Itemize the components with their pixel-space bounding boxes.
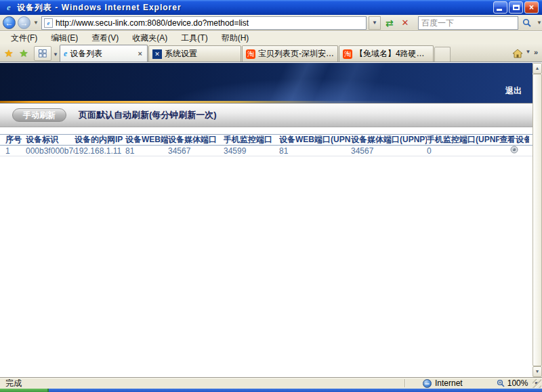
scrollbar-thumb[interactable] [533,74,542,366]
header-web-port-upnp: 设备WEB端口(UPNP) [279,134,351,146]
cell-lan-ip: 192.168.1.11 [75,146,125,156]
quick-tabs-grid-icon [39,49,47,58]
add-favorite-button[interactable]: ★ [16,45,31,62]
navigation-bar: ← → ▼ e http://www.secu-link.com:8080/de… [0,15,542,31]
refresh-icon: ⇄ [385,18,394,28]
device-table: 序号 设备标识 设备的内网IP 设备WEB端口 设备媒体端口 手机监控端口 设备… [0,127,533,156]
scroll-down-arrow-icon[interactable]: ▼ [533,366,542,377]
menu-view[interactable]: 查看(V) [86,32,124,45]
taobao-icon: 淘 [246,49,255,59]
minimize-button[interactable] [493,1,507,14]
tab-taobao-dvr[interactable]: 淘 【免域名】4路硬盘录像... [339,45,434,62]
taobao-icon: 淘 [343,49,352,59]
cell-mobile-port: 34599 [224,146,279,156]
cell-web-port: 81 [125,146,168,156]
tab-list-dropdown-icon[interactable]: ▼ [53,51,58,58]
tab-device-list[interactable]: e 设备列表 × [60,45,148,62]
statusbar-separator [404,379,405,387]
header-media-port-upnp: 设备媒体端口(UPNP) [351,134,427,146]
browser-window: e 设备列表 - Windows Internet Explorer × ← →… [0,0,542,392]
cell-mobile-port-upnp: 0 [427,146,499,156]
cell-device-id: 000b3f000b7c [26,146,75,156]
vertical-scrollbar[interactable]: ▲ ▼ [533,63,542,377]
ie-tab-icon: e [64,49,67,58]
cell-web-port-upnp: 81 [279,146,351,156]
menu-edit[interactable]: 编辑(E) [45,32,83,45]
maximize-button[interactable] [509,1,523,14]
logout-link[interactable]: 退出 [505,85,522,97]
header-lan-ip: 设备的内网IP [75,134,125,146]
menu-file[interactable]: 文件(F) [5,32,43,45]
quick-tabs-button[interactable] [34,46,51,61]
favorites-center-button[interactable]: ★ [1,45,16,62]
add-favorite-star-icon: ★ [19,47,28,60]
menu-help[interactable]: 帮助(H) [216,32,255,45]
header-mobile-port-upnp: 手机监控端口(UPNP) [427,134,499,146]
search-box [418,16,518,30]
favorites-star-icon: ★ [4,47,13,60]
back-button[interactable]: ← [3,16,16,29]
address-bar-input[interactable]: e http://www.secu-link.com:8080/device.d… [41,16,367,30]
tab-system-settings[interactable]: ✕ 系统设置 [148,45,241,62]
internet-globe-icon [423,379,432,388]
header-seq: 序号 [5,134,26,146]
stop-icon: ✕ [401,18,409,27]
header-media-port: 设备媒体端口 [168,134,224,146]
status-bar: 完成 Internet 100% ▼ [0,377,542,389]
title-bar: e 设备列表 - Windows Internet Explorer × [0,0,542,15]
status-text: 完成 [5,378,22,389]
page-content: 退出 手动刷新 页面默认自动刷新(每分钟刷新一次) 序号 设备标识 设备的内网I… [0,63,542,377]
security-zone: Internet [423,378,463,388]
home-icon [512,49,523,58]
url-text: http://www.secu-link.com:8080/device.do?… [56,18,249,28]
header-web-port: 设备WEB端口 [125,134,168,146]
windows-taskbar-sliver [0,389,542,392]
plugin-x-icon: ✕ [152,49,162,59]
view-device-camera-icon [510,146,518,154]
table-header-row: 序号 设备标识 设备的内网IP 设备WEB端口 设备媒体端口 手机监控端口 设备… [0,134,533,146]
cell-media-port-upnp: 34567 [351,146,427,156]
refresh-button[interactable]: ⇄ [383,16,396,30]
toolbar-overflow-chevron-icon[interactable]: » [534,48,538,56]
forward-button[interactable]: → [18,16,30,29]
page-banner: 退出 [0,63,533,103]
header-device-id: 设备标识 [26,134,75,146]
start-button-sliver[interactable] [0,389,49,392]
tab-bar: ★ ★ ▼ e 设备列表 × ✕ 系统设置 淘 宝贝列表页-深圳安防监... 淘… [0,44,542,62]
search-options-dropdown-icon[interactable]: ▼ [536,20,542,26]
tab-close-icon[interactable]: × [136,49,143,58]
home-button[interactable]: ▼ [512,46,533,61]
scroll-up-arrow-icon[interactable]: ▲ [533,63,542,74]
page-icon: e [44,18,53,28]
header-view-device: 查看设备 [499,134,529,146]
ie-app-icon: e [3,2,14,13]
home-dropdown-icon[interactable]: ▼ [525,49,530,55]
window-title: 设备列表 - Windows Internet Explorer [17,2,493,14]
menu-bar: 文件(F) 编辑(E) 查看(V) 收藏夹(A) 工具(T) 帮助(H) [0,32,542,44]
tab-taobao-listing[interactable]: 淘 宝贝列表页-深圳安防监... [242,45,338,62]
header-mobile-port: 手机监控端口 [224,134,279,146]
search-go-button[interactable] [520,16,534,30]
magnifier-icon [522,18,531,27]
manual-refresh-button[interactable]: 手动刷新 [12,108,66,122]
view-device-link[interactable] [499,146,529,156]
cell-media-port: 34567 [168,146,224,156]
menu-tools[interactable]: 工具(T) [175,32,213,45]
history-dropdown-icon[interactable]: ▼ [33,20,39,26]
close-button[interactable]: × [524,1,539,14]
refresh-toolstrip: 手动刷新 页面默认自动刷新(每分钟刷新一次) [0,103,533,127]
auto-refresh-note: 页面默认自动刷新(每分钟刷新一次) [79,109,217,121]
search-input[interactable] [419,18,518,28]
stop-button[interactable]: ✕ [398,16,412,30]
new-tab-stub[interactable] [434,47,451,62]
zoom-magnifier-icon [497,379,505,387]
zone-label: Internet [435,378,463,388]
address-dropdown-button[interactable]: ▼ [369,16,381,30]
menu-favorites[interactable]: 收藏夹(A) [127,32,173,45]
table-row: 1 000b3f000b7c 192.168.1.11 81 34567 345… [0,146,533,156]
zoom-level: 100% [507,378,528,388]
resize-grip[interactable] [533,379,541,388]
cell-seq: 1 [5,146,26,156]
